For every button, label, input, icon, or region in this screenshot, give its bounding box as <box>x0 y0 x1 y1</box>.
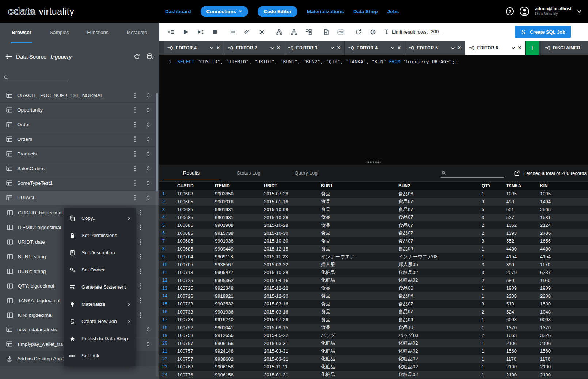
query-plan-icon[interactable] <box>273 26 285 37</box>
column-header-custid[interactable]: CUSTID <box>175 183 213 188</box>
kebab-menu-icon[interactable] <box>140 254 141 260</box>
table-row[interactable]: 1910075399136562015-05-22バッグバッグ032166333… <box>159 331 588 339</box>
editor-tab[interactable]: ≡QEDITOR 6× <box>465 41 526 55</box>
export-csv-icon[interactable]: CSV <box>334 26 347 37</box>
help-icon[interactable]: ? <box>506 7 514 15</box>
splitter-handle-icon[interactable] <box>366 160 381 164</box>
chevron-down-icon[interactable] <box>511 46 515 49</box>
table-row[interactable]: 1110071399054772015-10-28化粧品化粧品023207962… <box>159 269 588 277</box>
results-tab-status-log[interactable]: Status Log <box>220 165 277 181</box>
nav-dashboard[interactable]: Dashboard <box>165 9 191 14</box>
user-avatar-icon[interactable] <box>519 6 530 16</box>
close-icon[interactable]: × <box>277 45 280 51</box>
expand-collapse-icon[interactable] <box>146 107 151 113</box>
close-icon[interactable]: × <box>397 45 401 51</box>
menu-item-create-new-job[interactable]: Create New Job <box>64 313 136 330</box>
table-row[interactable]: 1010070599385672015-03-22婦人服婦人服053390117… <box>159 261 588 269</box>
column-header-uridt[interactable]: URIDT <box>262 183 319 188</box>
kebab-menu-icon[interactable] <box>140 312 141 318</box>
settings-gear-icon[interactable] <box>367 26 379 37</box>
column-header-bun2[interactable]: BUN2 <box>396 183 479 188</box>
table-item-sometypetest1[interactable]: SomeTypeTest1 <box>0 176 159 191</box>
kebab-menu-icon[interactable] <box>134 121 136 128</box>
table-row[interactable]: 1210072599053622015-04-16化粧品化粧品022580116… <box>159 277 588 285</box>
column-header-tanka[interactable]: TANKA <box>504 183 538 188</box>
table-row[interactable]: 1510073399035322015-03-16食品食品0735101530 <box>159 300 588 308</box>
table-row[interactable]: 910070499091182015-11-23インナーウエアインナーウエア08… <box>159 253 588 261</box>
table-row[interactable]: 310068599019312015-10-09食品食品0755012505 <box>159 206 588 214</box>
nav-materializations[interactable]: Materializations <box>307 9 344 14</box>
expand-collapse-icon[interactable] <box>146 122 151 127</box>
chevron-down-icon[interactable] <box>270 46 274 49</box>
kebab-menu-icon[interactable] <box>134 136 136 142</box>
external-link-icon[interactable] <box>514 170 520 176</box>
database-sync-icon[interactable] <box>146 53 154 60</box>
table-row[interactable]: 710068599019362015-10-30食品食品0735521656 <box>159 237 588 245</box>
nav-jobs[interactable]: Jobs <box>387 9 399 14</box>
new-editor-tab-button[interactable]: + <box>526 41 539 55</box>
editor-tab[interactable]: ≡QEDITOR 2× <box>224 41 284 55</box>
table-item-oracle_poc_nopk_tbl_normal[interactable]: ORACLE_POC_NOPK_TBL_NORMAL <box>0 91 159 103</box>
kebab-menu-icon[interactable] <box>140 268 141 274</box>
kebab-menu-icon[interactable] <box>134 180 136 186</box>
kebab-menu-icon[interactable] <box>134 165 136 172</box>
run-query-icon[interactable] <box>179 26 192 37</box>
clear-formatting-icon[interactable] <box>241 26 253 37</box>
table-item-products[interactable]: Products <box>0 147 159 161</box>
expand-collapse-icon[interactable] <box>146 195 151 200</box>
table-row[interactable]: 410068599019312015-10-28食品食品0735271581 <box>159 214 588 222</box>
table-row[interactable]: 2110075799241462015-03-31化粧品化粧品021156015… <box>159 347 588 355</box>
table-row[interactable]: 2210075799386022015-03-31化粧品化粧品021117011… <box>159 355 588 363</box>
sidebar-search-input[interactable] <box>3 71 68 82</box>
expand-collapse-icon[interactable] <box>146 166 151 171</box>
menu-item-generate-statement[interactable]: Generate Statement <box>64 278 136 296</box>
expand-collapse-icon[interactable] <box>146 151 151 157</box>
chevron-down-icon[interactable] <box>451 46 455 49</box>
expand-collapse-icon[interactable] <box>146 136 151 142</box>
kebab-menu-icon[interactable] <box>140 239 141 245</box>
clear-editor-icon[interactable] <box>255 26 268 37</box>
table-row[interactable]: 1710073399162402015-07-29食品食品04160036003 <box>159 316 588 324</box>
table-row[interactable]: 1310072599223482015-12-22食品食品06119091909 <box>159 284 588 292</box>
editor-tab[interactable]: ≡QEDITOR 3× <box>284 41 345 55</box>
kebab-menu-icon[interactable] <box>140 210 141 216</box>
sidebar-tab-browser[interactable]: Browser <box>11 23 32 43</box>
debug-plan-icon[interactable] <box>302 26 315 37</box>
results-tab-query-log[interactable]: Query Log <box>277 165 335 181</box>
table-item-salesorders[interactable]: SalesOrders <box>0 161 159 176</box>
table-row[interactable]: 510068599019082015-10-28食品食品07210622124 <box>159 221 588 229</box>
chevron-down-icon[interactable] <box>577 10 581 13</box>
menu-item-publish-to-data-shop[interactable]: Publish to Data Shop <box>64 330 136 347</box>
user-info[interactable]: admin@localhost Data Virtuality <box>535 6 572 16</box>
table-item-orders[interactable]: Orders <box>0 132 159 147</box>
table-row[interactable]: 1810075299010412015-09-15食品食品10113701370 <box>159 324 588 332</box>
sidebar-scrollbar-thumb[interactable] <box>156 93 158 191</box>
table-item-opportunity[interactable]: Opportunity <box>0 103 159 117</box>
kebab-menu-icon[interactable] <box>140 224 141 230</box>
chevron-down-icon[interactable] <box>330 46 334 49</box>
kebab-menu-icon[interactable] <box>134 92 136 98</box>
kebab-menu-icon[interactable] <box>140 297 141 304</box>
table-row[interactable]: 810068599094492015-12-15食品食品04144804480 <box>159 245 588 253</box>
table-row[interactable]: 210068599019182015-01-16食品食品0734981494 <box>159 198 588 206</box>
expand-collapse-icon[interactable] <box>146 93 151 98</box>
column-header-qty[interactable]: QTY <box>479 183 504 188</box>
export-file-icon[interactable] <box>320 26 332 37</box>
table-row[interactable]: 2410077699061562015-01-31化粧品化粧品021219021… <box>159 371 588 379</box>
limit-input[interactable]: 200 <box>430 29 443 35</box>
run-selection-icon[interactable] <box>194 26 206 37</box>
close-icon[interactable]: × <box>518 45 521 51</box>
menu-item-set-owner[interactable]: Set Owner <box>64 261 136 278</box>
results-search-input[interactable] <box>441 170 504 178</box>
back-icon[interactable] <box>5 54 12 59</box>
nav-code-editor[interactable]: Code Editor <box>258 6 297 17</box>
sidebar-tab-samples[interactable]: Samples <box>49 23 70 43</box>
table-row[interactable]: 1610073399019362015-03-16食品食品0725241048 <box>159 308 588 316</box>
column-header-bun1[interactable]: BUN1 <box>319 183 396 188</box>
editor-tab[interactable]: ≡QEDITOR 4× <box>164 41 224 55</box>
column-header-kin[interactable]: KIN <box>538 183 588 188</box>
close-icon[interactable]: × <box>337 45 341 51</box>
expand-collapse-icon[interactable] <box>146 341 151 347</box>
collapse-editors-icon[interactable] <box>165 26 177 37</box>
sql-editor[interactable]: 1 SELECT "CUSTID", "ITEMID", "URIDT", "B… <box>159 55 588 159</box>
